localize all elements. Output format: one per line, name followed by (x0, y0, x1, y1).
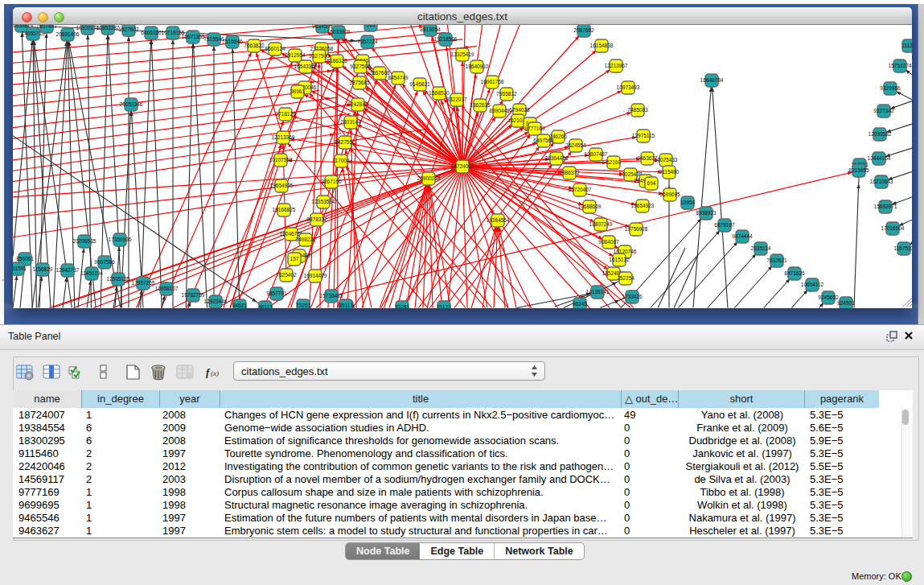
svg-text:3875685: 3875685 (349, 80, 370, 85)
svg-text:10954: 10954 (680, 200, 695, 205)
svg-text:10688609: 10688609 (578, 204, 602, 209)
svg-text:21171: 21171 (437, 304, 451, 308)
svg-text:8186328: 8186328 (326, 58, 347, 64)
svg-text:16210643: 16210643 (870, 179, 893, 184)
svg-text:6794028: 6794028 (509, 107, 530, 113)
svg-text:1156829: 1156829 (33, 266, 53, 272)
svg-text:2867608: 2867608 (369, 70, 390, 76)
svg-text:3267150: 3267150 (321, 179, 342, 184)
svg-text:7485063: 7485063 (627, 107, 648, 113)
svg-text:16914479: 16914479 (304, 273, 327, 278)
svg-text:2803144: 2803144 (340, 119, 361, 125)
svg-text:117004: 117004 (332, 158, 350, 163)
svg-text:9997586: 9997586 (94, 259, 115, 265)
svg-text:20691406: 20691406 (56, 31, 80, 37)
svg-text:1807447: 1807447 (36, 25, 57, 29)
svg-text:1588520: 1588520 (429, 90, 450, 96)
svg-text:1527602: 1527602 (118, 27, 139, 32)
svg-text:7515546: 7515546 (222, 39, 243, 44)
svg-text:7986372: 7986372 (559, 170, 580, 175)
svg-text:7357224: 7357224 (357, 39, 378, 44)
svg-text:7515546: 7515546 (203, 36, 224, 42)
svg-text:15720407: 15720407 (569, 187, 592, 192)
svg-text:2935114: 2935114 (751, 245, 771, 251)
svg-text:9474444: 9474444 (732, 233, 753, 239)
svg-text:7625402: 7625402 (276, 272, 297, 278)
svg-text:1733426: 1733426 (622, 294, 643, 299)
svg-text:9115460: 9115460 (659, 169, 680, 175)
svg-text:96113: 96113 (258, 304, 273, 308)
svg-text:16033809: 16033809 (327, 29, 351, 35)
svg-text:6879197: 6879197 (714, 222, 735, 228)
svg-text:8813054: 8813054 (420, 27, 441, 32)
svg-text:20053346: 20053346 (120, 101, 143, 107)
svg-text:6466160: 6466160 (141, 30, 162, 35)
svg-text:891591: 891591 (13, 266, 27, 271)
svg-text:7663822: 7663822 (244, 43, 265, 48)
svg-text:7632621: 7632621 (766, 257, 787, 263)
svg-text:25900275: 25900275 (417, 175, 441, 181)
svg-text:9242848: 9242848 (347, 101, 368, 107)
svg-text:14136141: 14136141 (586, 289, 610, 295)
svg-text:9777169: 9777169 (524, 126, 545, 131)
svg-text:8878332: 8878332 (306, 216, 327, 222)
svg-text:11123: 11123 (901, 43, 912, 48)
svg-text:17016504: 17016504 (881, 225, 905, 231)
svg-text:62160: 62160 (606, 159, 621, 165)
svg-text:8660124: 8660124 (265, 46, 285, 51)
svg-text:16671355: 16671355 (182, 34, 205, 39)
svg-text:13325419: 13325419 (451, 51, 474, 57)
svg-text:19654923: 19654923 (631, 203, 655, 208)
svg-text:2087682: 2087682 (573, 27, 594, 33)
svg-text:16543362: 16543362 (294, 64, 318, 69)
svg-text:17359936: 17359936 (109, 237, 132, 242)
svg-text:9857791: 9857791 (266, 290, 287, 296)
svg-text:12942737: 12942737 (56, 267, 80, 273)
svg-text:15692971: 15692971 (874, 204, 897, 209)
svg-text:1167533: 1167533 (894, 245, 912, 251)
svg-text:15751074: 15751074 (889, 63, 912, 68)
svg-text:8215955: 8215955 (848, 167, 869, 173)
svg-text:73251: 73251 (296, 303, 310, 308)
svg-text:15716485: 15716485 (320, 293, 343, 299)
svg-text:8322037: 8322037 (446, 97, 467, 102)
svg-text:10853287: 10853287 (97, 25, 120, 31)
svg-text:10107552: 10107552 (269, 157, 293, 163)
svg-text:963: 963 (367, 25, 376, 27)
svg-text:16154838: 16154838 (590, 43, 614, 48)
svg-text:9329966: 9329966 (880, 85, 901, 91)
svg-text:12505135: 12505135 (107, 276, 130, 282)
svg-text:8454749: 8454749 (388, 75, 409, 80)
svg-text:3624554: 3624554 (565, 142, 586, 148)
svg-text:16961758: 16961758 (481, 79, 504, 84)
svg-text:18724007: 18724007 (451, 163, 474, 169)
svg-text:7955812: 7955812 (496, 91, 517, 97)
svg-text:10025433: 10025433 (655, 157, 678, 163)
svg-text:19218506: 19218506 (434, 36, 458, 42)
svg-text:924501: 924501 (837, 300, 855, 306)
svg-text:2718126: 2718126 (275, 111, 296, 117)
svg-text:20364436: 20364436 (545, 155, 569, 161)
svg-text:10654112: 10654112 (801, 282, 824, 287)
svg-text:12213967: 12213967 (605, 63, 628, 68)
svg-text:3498222: 3498222 (295, 237, 316, 242)
svg-text:12444154: 12444154 (868, 155, 891, 161)
svg-text:1615132: 1615132 (609, 257, 630, 262)
svg-text:20206535: 20206535 (73, 238, 97, 244)
svg-text:16648784: 16648784 (700, 77, 724, 83)
svg-text:694: 694 (647, 180, 656, 186)
svg-text:11451194: 11451194 (80, 270, 103, 276)
svg-text:157: 157 (290, 256, 299, 262)
svg-text:96245: 96245 (573, 301, 587, 307)
svg-text:855061: 855061 (16, 256, 34, 262)
svg-text:9084067: 9084067 (598, 239, 619, 245)
svg-text:12093582: 12093582 (869, 131, 892, 137)
svg-text:12975115: 12975115 (632, 133, 655, 138)
svg-text:10958107: 10958107 (155, 286, 179, 291)
svg-text:9463627: 9463627 (637, 155, 658, 161)
svg-text:12213369: 12213369 (272, 134, 295, 140)
svg-text:18807249: 18807249 (589, 221, 613, 227)
svg-text:8427552: 8427552 (335, 139, 355, 145)
svg-text:9327506: 9327506 (350, 64, 371, 69)
svg-text:98961: 98961 (290, 89, 305, 94)
